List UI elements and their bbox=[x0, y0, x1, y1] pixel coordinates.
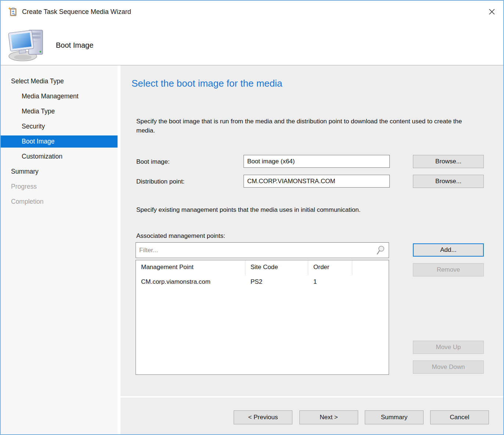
step-media-type: Media Type bbox=[1, 104, 118, 119]
column-header-spacer bbox=[352, 260, 389, 275]
step-security: Security bbox=[1, 119, 118, 134]
wizard-steps-sidebar: Select Media Type Media Management Media… bbox=[1, 65, 118, 434]
next-button[interactable]: Next > bbox=[299, 410, 358, 424]
cell-management-point: CM.corp.viamonstra.com bbox=[136, 278, 245, 286]
distribution-point-browse-button[interactable]: Browse... bbox=[413, 175, 484, 188]
step-select-media-type: Select Media Type bbox=[1, 74, 118, 89]
close-button[interactable] bbox=[480, 1, 503, 23]
search-icon bbox=[375, 245, 385, 255]
step-summary: Summary bbox=[1, 164, 118, 179]
step-customization: Customization bbox=[1, 149, 118, 164]
distribution-point-label: Distribution point: bbox=[136, 175, 184, 188]
remove-button[interactable]: Remove bbox=[413, 263, 484, 276]
wizard-window: Create Task Sequence Media Wizard bbox=[0, 0, 504, 435]
step-media-management: Media Management bbox=[1, 89, 118, 104]
cancel-button[interactable]: Cancel bbox=[430, 410, 489, 424]
table-row[interactable]: CM.corp.viamonstra.com PS2 1 bbox=[136, 275, 389, 289]
filter-input[interactable] bbox=[139, 247, 375, 254]
management-points-intro: Specify existing management points that … bbox=[136, 206, 360, 214]
summary-button[interactable]: Summary bbox=[365, 410, 424, 424]
sidebar-divider bbox=[118, 65, 120, 434]
filter-box bbox=[136, 242, 389, 258]
boot-image-browse-button[interactable]: Browse... bbox=[413, 155, 484, 168]
boot-image-label: Boot image: bbox=[136, 155, 170, 168]
column-header-management-point[interactable]: Management Point bbox=[136, 260, 245, 275]
associated-management-points-label: Associated management points: bbox=[136, 232, 225, 240]
window-title: Create Task Sequence Media Wizard bbox=[22, 8, 131, 16]
close-icon bbox=[488, 8, 496, 15]
main-content: Select the boot image for the media Spec… bbox=[120, 65, 503, 396]
step-completion: Completion bbox=[1, 194, 118, 209]
wizard-banner: Boot Image bbox=[1, 23, 503, 65]
previous-button[interactable]: < Previous bbox=[234, 410, 292, 424]
footer-bar: < Previous Next > Summary Cancel bbox=[120, 398, 503, 434]
column-header-order[interactable]: Order bbox=[308, 260, 352, 275]
distribution-point-input[interactable] bbox=[244, 175, 390, 188]
page-heading: Select the boot image for the media bbox=[132, 78, 282, 89]
move-down-button[interactable]: Move Down bbox=[413, 360, 484, 374]
column-header-site-code[interactable]: Site Code bbox=[245, 260, 308, 275]
page-banner-title: Boot Image bbox=[56, 41, 93, 50]
list-header: Management Point Site Code Order bbox=[136, 260, 389, 275]
cell-site-code: PS2 bbox=[245, 278, 308, 286]
move-up-button[interactable]: Move Up bbox=[413, 341, 484, 354]
step-boot-image-current: Boot Image bbox=[1, 135, 118, 148]
boot-image-input[interactable] bbox=[244, 155, 390, 168]
computer-icon bbox=[7, 26, 48, 62]
cell-order: 1 bbox=[308, 278, 352, 286]
wizard-app-icon bbox=[8, 7, 18, 17]
management-points-list: Management Point Site Code Order CM.corp… bbox=[136, 260, 389, 375]
title-bar: Create Task Sequence Media Wizard bbox=[1, 1, 503, 23]
intro-text: Specify the boot image that is run from … bbox=[136, 117, 472, 135]
step-progress: Progress bbox=[1, 179, 118, 194]
add-button[interactable]: Add... bbox=[413, 243, 484, 257]
